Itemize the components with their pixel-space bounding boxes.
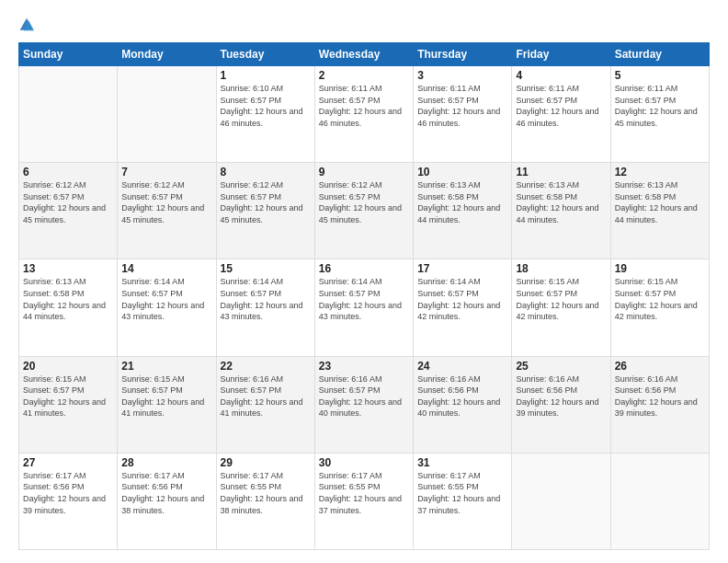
day-info: Sunrise: 6:17 AM Sunset: 6:56 PM Dayligh… — [23, 470, 113, 516]
day-info: Sunrise: 6:16 AM Sunset: 6:56 PM Dayligh… — [417, 373, 507, 419]
calendar-cell: 19Sunrise: 6:15 AM Sunset: 6:57 PM Dayli… — [610, 259, 709, 356]
day-number: 4 — [516, 69, 606, 82]
day-number: 5 — [615, 69, 705, 82]
calendar-cell — [118, 66, 216, 163]
day-info: Sunrise: 6:11 AM Sunset: 6:57 PM Dayligh… — [319, 83, 409, 129]
day-number: 24 — [417, 360, 507, 373]
day-info: Sunrise: 6:13 AM Sunset: 6:58 PM Dayligh… — [516, 179, 606, 225]
calendar-cell: 20Sunrise: 6:15 AM Sunset: 6:57 PM Dayli… — [19, 356, 118, 453]
calendar: SundayMondayTuesdayWednesdayThursdayFrid… — [18, 42, 710, 550]
page: SundayMondayTuesdayWednesdayThursdayFrid… — [0, 0, 728, 563]
calendar-cell: 6Sunrise: 6:12 AM Sunset: 6:57 PM Daylig… — [19, 163, 118, 259]
day-info: Sunrise: 6:12 AM Sunset: 6:57 PM Dayligh… — [23, 179, 113, 225]
calendar-cell: 14Sunrise: 6:14 AM Sunset: 6:57 PM Dayli… — [118, 259, 216, 356]
day-info: Sunrise: 6:11 AM Sunset: 6:57 PM Dayligh… — [516, 83, 606, 129]
day-info: Sunrise: 6:17 AM Sunset: 6:56 PM Dayligh… — [121, 470, 211, 516]
day-info: Sunrise: 6:15 AM Sunset: 6:57 PM Dayligh… — [615, 276, 705, 322]
calendar-cell: 23Sunrise: 6:16 AM Sunset: 6:57 PM Dayli… — [314, 356, 413, 453]
day-number: 13 — [23, 262, 113, 275]
calendar-cell: 8Sunrise: 6:12 AM Sunset: 6:57 PM Daylig… — [216, 163, 314, 259]
day-info: Sunrise: 6:16 AM Sunset: 6:57 PM Dayligh… — [319, 373, 409, 419]
calendar-cell: 7Sunrise: 6:12 AM Sunset: 6:57 PM Daylig… — [118, 163, 216, 259]
calendar-cell: 15Sunrise: 6:14 AM Sunset: 6:57 PM Dayli… — [216, 259, 314, 356]
day-info: Sunrise: 6:13 AM Sunset: 6:58 PM Dayligh… — [417, 179, 507, 225]
calendar-week-row: 1Sunrise: 6:10 AM Sunset: 6:57 PM Daylig… — [19, 66, 710, 163]
calendar-cell: 13Sunrise: 6:13 AM Sunset: 6:58 PM Dayli… — [19, 259, 118, 356]
header — [18, 17, 710, 33]
weekday-header-row: SundayMondayTuesdayWednesdayThursdayFrid… — [19, 43, 710, 66]
calendar-cell: 26Sunrise: 6:16 AM Sunset: 6:56 PM Dayli… — [610, 356, 709, 453]
day-number: 10 — [417, 166, 507, 178]
calendar-cell: 2Sunrise: 6:11 AM Sunset: 6:57 PM Daylig… — [314, 66, 413, 163]
day-number: 29 — [221, 456, 311, 469]
day-number: 2 — [319, 69, 409, 82]
logo — [18, 17, 35, 33]
day-number: 16 — [319, 262, 409, 275]
day-info: Sunrise: 6:15 AM Sunset: 6:57 PM Dayligh… — [516, 276, 606, 322]
day-info: Sunrise: 6:16 AM Sunset: 6:57 PM Dayligh… — [221, 373, 311, 419]
day-number: 7 — [121, 166, 211, 178]
weekday-header-wednesday: Wednesday — [314, 43, 413, 66]
calendar-week-row: 13Sunrise: 6:13 AM Sunset: 6:58 PM Dayli… — [19, 259, 710, 356]
day-info: Sunrise: 6:13 AM Sunset: 6:58 PM Dayligh… — [23, 276, 113, 322]
day-number: 30 — [319, 456, 409, 469]
weekday-header-monday: Monday — [118, 43, 216, 66]
day-info: Sunrise: 6:17 AM Sunset: 6:55 PM Dayligh… — [221, 470, 311, 516]
day-number: 15 — [221, 262, 311, 275]
calendar-cell — [512, 453, 610, 549]
weekday-header-saturday: Saturday — [610, 43, 709, 66]
calendar-cell: 25Sunrise: 6:16 AM Sunset: 6:56 PM Dayli… — [512, 356, 610, 453]
day-number: 20 — [23, 360, 113, 373]
day-info: Sunrise: 6:12 AM Sunset: 6:57 PM Dayligh… — [221, 179, 311, 225]
calendar-cell — [610, 453, 709, 549]
day-info: Sunrise: 6:17 AM Sunset: 6:55 PM Dayligh… — [319, 470, 409, 516]
day-info: Sunrise: 6:13 AM Sunset: 6:58 PM Dayligh… — [615, 179, 705, 225]
calendar-cell: 3Sunrise: 6:11 AM Sunset: 6:57 PM Daylig… — [414, 66, 512, 163]
calendar-cell: 31Sunrise: 6:17 AM Sunset: 6:55 PM Dayli… — [414, 453, 512, 549]
day-number: 27 — [23, 456, 113, 469]
calendar-week-row: 27Sunrise: 6:17 AM Sunset: 6:56 PM Dayli… — [19, 453, 710, 549]
day-info: Sunrise: 6:14 AM Sunset: 6:57 PM Dayligh… — [221, 276, 311, 322]
day-number: 14 — [121, 262, 211, 275]
calendar-cell: 30Sunrise: 6:17 AM Sunset: 6:55 PM Dayli… — [314, 453, 413, 549]
calendar-cell: 5Sunrise: 6:11 AM Sunset: 6:57 PM Daylig… — [610, 66, 709, 163]
calendar-week-row: 6Sunrise: 6:12 AM Sunset: 6:57 PM Daylig… — [19, 163, 710, 259]
day-number: 26 — [615, 360, 705, 373]
calendar-week-row: 20Sunrise: 6:15 AM Sunset: 6:57 PM Dayli… — [19, 356, 710, 453]
calendar-cell: 1Sunrise: 6:10 AM Sunset: 6:57 PM Daylig… — [216, 66, 314, 163]
day-info: Sunrise: 6:14 AM Sunset: 6:57 PM Dayligh… — [319, 276, 409, 322]
day-number: 17 — [417, 262, 507, 275]
calendar-cell: 28Sunrise: 6:17 AM Sunset: 6:56 PM Dayli… — [118, 453, 216, 549]
day-number: 9 — [319, 166, 409, 178]
day-info: Sunrise: 6:12 AM Sunset: 6:57 PM Dayligh… — [319, 179, 409, 225]
day-number: 18 — [516, 262, 606, 275]
weekday-header-sunday: Sunday — [19, 43, 118, 66]
logo-icon — [18, 17, 35, 33]
day-info: Sunrise: 6:15 AM Sunset: 6:57 PM Dayligh… — [23, 373, 113, 419]
day-number: 3 — [417, 69, 507, 82]
day-info: Sunrise: 6:11 AM Sunset: 6:57 PM Dayligh… — [417, 83, 507, 129]
calendar-cell: 22Sunrise: 6:16 AM Sunset: 6:57 PM Dayli… — [216, 356, 314, 453]
weekday-header-tuesday: Tuesday — [216, 43, 314, 66]
calendar-cell: 12Sunrise: 6:13 AM Sunset: 6:58 PM Dayli… — [610, 163, 709, 259]
day-info: Sunrise: 6:16 AM Sunset: 6:56 PM Dayligh… — [516, 373, 606, 419]
day-number: 6 — [23, 166, 113, 178]
day-number: 8 — [221, 166, 311, 178]
calendar-cell: 17Sunrise: 6:14 AM Sunset: 6:57 PM Dayli… — [414, 259, 512, 356]
day-number: 31 — [417, 456, 507, 469]
calendar-cell — [19, 66, 118, 163]
calendar-cell: 29Sunrise: 6:17 AM Sunset: 6:55 PM Dayli… — [216, 453, 314, 549]
calendar-cell: 27Sunrise: 6:17 AM Sunset: 6:56 PM Dayli… — [19, 453, 118, 549]
day-number: 22 — [221, 360, 311, 373]
day-number: 12 — [615, 166, 705, 178]
weekday-header-friday: Friday — [512, 43, 610, 66]
day-number: 11 — [516, 166, 606, 178]
day-info: Sunrise: 6:12 AM Sunset: 6:57 PM Dayligh… — [121, 179, 211, 225]
calendar-cell: 11Sunrise: 6:13 AM Sunset: 6:58 PM Dayli… — [512, 163, 610, 259]
day-info: Sunrise: 6:14 AM Sunset: 6:57 PM Dayligh… — [121, 276, 211, 322]
calendar-cell: 24Sunrise: 6:16 AM Sunset: 6:56 PM Dayli… — [414, 356, 512, 453]
day-info: Sunrise: 6:14 AM Sunset: 6:57 PM Dayligh… — [417, 276, 507, 322]
weekday-header-thursday: Thursday — [414, 43, 512, 66]
day-number: 23 — [319, 360, 409, 373]
calendar-cell: 18Sunrise: 6:15 AM Sunset: 6:57 PM Dayli… — [512, 259, 610, 356]
